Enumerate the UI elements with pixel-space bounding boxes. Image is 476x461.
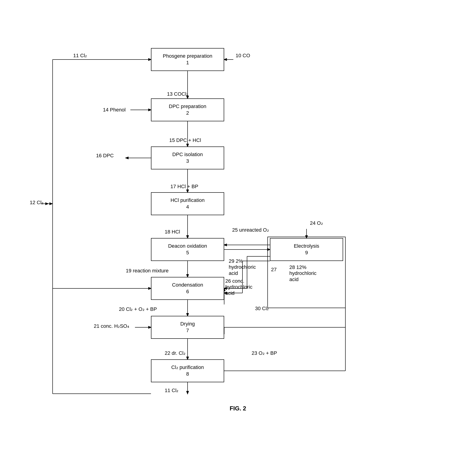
- label-10co: 10 CO: [236, 53, 250, 59]
- label-15dpc-hcl: 15 DPC + HCl: [169, 137, 201, 143]
- box-hcl-purification: HCl purification 4: [151, 192, 224, 215]
- label-18hcl: 18 HCl: [165, 229, 180, 235]
- label-28-12pct: 28 12% hydrochloric acid: [289, 264, 326, 282]
- label-30-cl2: 30 Cl₂: [255, 305, 269, 312]
- box-dpc-preparation: DPC preparation 2: [151, 98, 224, 121]
- label-24o2: 24 O₂: [310, 220, 323, 226]
- label-11cl2-bottom: 11 Cl₂: [165, 388, 178, 393]
- box-drying: Drying 7: [151, 316, 224, 339]
- box-dpc-isolation: DPC isolation 3: [151, 147, 224, 169]
- box-cl2-purification: Cl₂ purification 8: [151, 359, 224, 382]
- label-25unreacted-o2: 25 unreacted O₂: [232, 227, 269, 233]
- label-16dpc: 16 DPC: [96, 153, 114, 159]
- label-23-o2-bp: 23 O₂ + BP: [252, 350, 277, 356]
- label-17hcl-bp: 17 HCl + BP: [170, 183, 198, 190]
- label-11cl2-top: 11 Cl₂: [73, 53, 87, 59]
- box-electrolysis: Electrolysis 9: [270, 238, 343, 261]
- flow-diagram-svg: [18, 18, 458, 419]
- label-26-conc: 26 conc. hydrochloric acid: [225, 278, 262, 296]
- label-12cl2: 12 Cl₂: [30, 200, 43, 206]
- label-19reaction-mixture: 19 reaction mixture: [126, 268, 169, 274]
- label-21-conc-h2so4: 21 conc. H₂SO₄: [94, 323, 129, 329]
- fig-caption: FIG. 2: [230, 405, 246, 412]
- box-condensation: Condensation 6: [151, 277, 224, 300]
- label-13cocl2: 13 COCl₂: [167, 91, 188, 97]
- label-27: 27: [271, 267, 277, 273]
- box-deacon-oxidation: Deacon oxidation 5: [151, 238, 224, 261]
- label-29-2pct: 29 2% hydrochloric acid: [229, 258, 265, 276]
- box-phosgene-preparation: Phosgene preparation 1: [151, 48, 224, 71]
- diagram-container: Phosgene preparation 1 DPC preparation 2…: [18, 18, 458, 419]
- label-20-cl2-o2-bp: 20 Cl₂ + O₂ + BP: [119, 306, 157, 312]
- label-22-dr-cl2: 22 dr. Cl₂: [165, 350, 186, 356]
- label-14phenol: 14 Phenol: [103, 107, 126, 113]
